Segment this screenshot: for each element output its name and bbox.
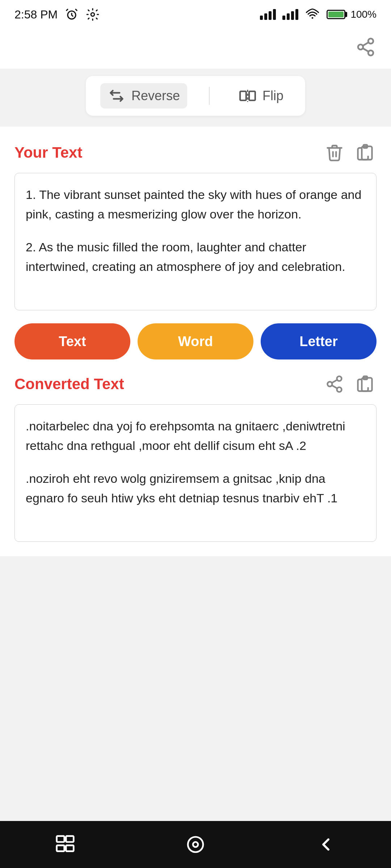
svg-rect-7 bbox=[249, 92, 255, 101]
svg-point-19 bbox=[188, 837, 203, 852]
text-mode-button[interactable]: Text bbox=[14, 323, 130, 359]
share-button-converted[interactable] bbox=[323, 373, 346, 396]
svg-point-1 bbox=[91, 13, 94, 16]
letter-mode-button[interactable]: Letter bbox=[261, 323, 377, 359]
your-text-actions bbox=[323, 141, 377, 164]
navigation-bar bbox=[0, 821, 391, 868]
share-button-top[interactable] bbox=[355, 36, 377, 58]
delete-button[interactable] bbox=[323, 141, 346, 164]
alarm-icon bbox=[65, 8, 79, 21]
wifi-icon bbox=[305, 8, 320, 21]
converted-text-area: .noitarbelec dna yoj fo erehpsomta na gn… bbox=[14, 404, 377, 542]
converted-text-header: Converted Text bbox=[14, 373, 377, 396]
main-card: Your Text 1. The vibrant sunset pai bbox=[0, 127, 391, 556]
mode-bar: Reverse Flip bbox=[0, 69, 391, 127]
input-paragraph-1: 1. The vibrant sunset painted the sky wi… bbox=[26, 185, 365, 224]
converted-paragraph-2: .noziroh eht revo wolg gniziremsem a gni… bbox=[26, 469, 365, 508]
converted-text-title: Converted Text bbox=[14, 375, 124, 393]
input-paragraph-2: 2. As the music filled the room, laughte… bbox=[26, 237, 365, 277]
reverse-label: Reverse bbox=[131, 88, 180, 103]
flip-label: Flip bbox=[262, 88, 283, 103]
word-mode-button[interactable]: Word bbox=[138, 323, 253, 359]
svg-point-2 bbox=[312, 17, 314, 19]
converted-text-actions bbox=[323, 373, 377, 396]
mode-divider bbox=[209, 87, 210, 105]
your-text-header: Your Text bbox=[14, 141, 377, 164]
nav-recent-button[interactable] bbox=[51, 830, 80, 859]
svg-rect-16 bbox=[66, 836, 73, 842]
svg-rect-6 bbox=[240, 92, 246, 101]
svg-point-20 bbox=[193, 842, 198, 847]
status-bar: 2:58 PM bbox=[0, 0, 391, 29]
your-text-title: Your Text bbox=[14, 144, 82, 161]
svg-rect-17 bbox=[57, 845, 64, 851]
svg-rect-15 bbox=[57, 836, 64, 842]
battery-percentage: 100% bbox=[350, 9, 377, 20]
flip-button[interactable]: Flip bbox=[231, 83, 291, 109]
battery-icon: 100% bbox=[327, 9, 377, 20]
signal-bars-2 bbox=[282, 9, 298, 20]
converted-paragraph-1: .noitarbelec dna yoj fo erehpsomta na gn… bbox=[26, 416, 365, 456]
nav-home-button[interactable] bbox=[181, 830, 210, 859]
reverse-button[interactable]: Reverse bbox=[100, 83, 187, 109]
top-action-bar bbox=[0, 29, 391, 69]
settings-icon bbox=[86, 8, 100, 21]
mode-card: Reverse Flip bbox=[86, 76, 305, 116]
copy-button-converted[interactable] bbox=[353, 373, 377, 396]
mode-buttons-row: Text Word Letter bbox=[14, 323, 377, 359]
paste-button[interactable] bbox=[353, 141, 377, 164]
svg-rect-18 bbox=[66, 845, 73, 851]
time-display: 2:58 PM bbox=[14, 8, 58, 21]
nav-back-button[interactable] bbox=[311, 830, 340, 859]
signal-bars-1 bbox=[260, 9, 276, 20]
input-text-area[interactable]: 1. The vibrant sunset painted the sky wi… bbox=[14, 173, 377, 310]
